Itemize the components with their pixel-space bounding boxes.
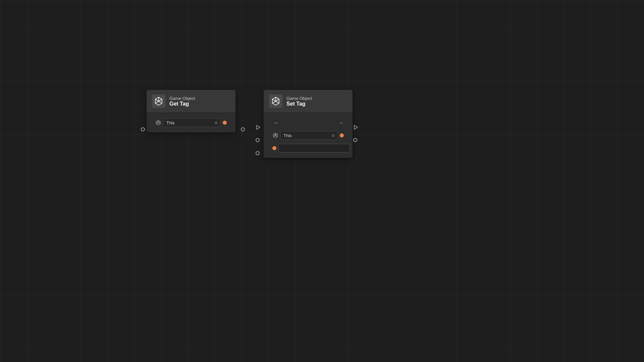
set-tag-body: → → This ⊙	[264, 113, 353, 158]
set-tag-this-row: This ⊙	[264, 129, 353, 142]
set-tag-ext-right-port-1[interactable]	[353, 138, 357, 142]
get-tag-external-right-port[interactable]	[241, 127, 245, 131]
set-tag-ext-left-port-2[interactable]	[256, 151, 260, 155]
cube-icon	[152, 95, 165, 108]
set-tag-value-row	[264, 142, 353, 155]
flow-triangle-left	[256, 125, 260, 130]
set-tag-row-cube-icon	[272, 132, 278, 138]
get-tag-this-value: This	[166, 120, 213, 125]
get-tag-this-input[interactable]: This ⊙	[163, 118, 221, 127]
get-tag-node[interactable]: Game Object Get Tag This ⊙	[147, 90, 235, 132]
set-tag-orange-port[interactable]	[340, 133, 344, 137]
get-tag-title-bottom: Get Tag	[169, 101, 195, 107]
get-tag-orange-port[interactable]	[223, 121, 227, 125]
set-tag-out-arrow: →	[338, 119, 344, 126]
set-tag-left-flow-port[interactable]	[256, 125, 261, 130]
node-canvas[interactable]: Game Object Get Tag This ⊙	[0, 0, 644, 362]
get-tag-title-top: Game Object	[169, 96, 195, 101]
set-tag-cube-icon	[269, 95, 282, 108]
flow-triangle-right	[354, 125, 358, 130]
get-tag-body: This ⊙	[147, 113, 235, 132]
get-tag-header: Game Object Get Tag	[147, 90, 235, 113]
set-tag-node[interactable]: Game Object Set Tag → →	[264, 90, 353, 158]
set-tag-value-input[interactable]	[278, 144, 350, 153]
set-tag-flow-row: → →	[264, 116, 353, 129]
set-tag-val-orange-port[interactable]	[272, 146, 276, 150]
get-tag-row-cube-icon	[155, 120, 161, 126]
set-tag-title: Game Object Set Tag	[286, 96, 312, 107]
set-tag-target-icon: ⊙	[332, 133, 335, 138]
get-tag-input-row: This ⊙	[147, 116, 235, 129]
set-tag-right-flow-port[interactable]	[353, 125, 359, 130]
get-tag-external-left-port[interactable]	[141, 127, 145, 131]
get-tag-title: Game Object Get Tag	[169, 96, 195, 107]
set-tag-in-arrow: →	[272, 119, 278, 126]
set-tag-title-top: Game Object	[286, 96, 312, 101]
set-tag-title-bottom: Set Tag	[286, 101, 312, 107]
target-icon: ⊙	[215, 121, 218, 125]
set-tag-ext-left-port-1[interactable]	[256, 138, 260, 142]
set-tag-this-input[interactable]: This ⊙	[280, 131, 338, 140]
set-tag-this-value: This	[283, 133, 330, 138]
set-tag-header: Game Object Set Tag	[264, 90, 353, 113]
